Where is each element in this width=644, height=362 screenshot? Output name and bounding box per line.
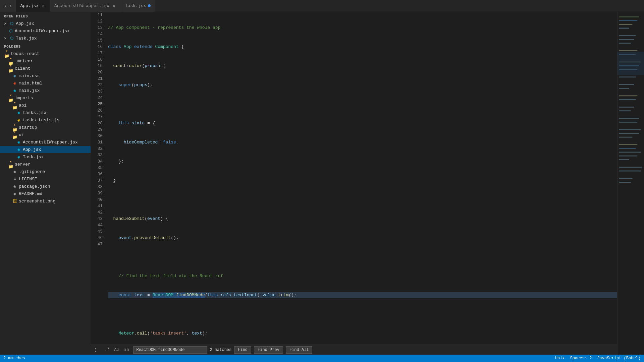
minimap-svg — [618, 12, 644, 355]
code-line-20 — [108, 196, 617, 203]
svg-rect-27 — [619, 148, 636, 149]
sidebar-folder-api[interactable]: ▾ 📁 api — [0, 102, 91, 109]
regex-icon[interactable]: .* — [103, 347, 111, 353]
tab-arrow[interactable]: ‹ › — [0, 0, 16, 12]
sidebar-file-tasks-jsx[interactable]: ◉ tasks.jsx — [0, 109, 91, 116]
sidebar-folder-server[interactable]: ▾ 📁 server — [0, 161, 91, 168]
svg-rect-22 — [618, 52, 644, 75]
arrow-icon: ‹ › — [4, 3, 12, 8]
code-line-12: class App extends Component { — [108, 44, 617, 50]
find-button[interactable]: Find — [234, 346, 251, 354]
sidebar-file-license[interactable]: ≡ LICENSE — [0, 175, 91, 183]
status-matches: 2 matches — [3, 356, 25, 361]
generic-icon: ◉ — [12, 191, 17, 196]
case-icon[interactable]: Aa — [113, 347, 121, 353]
css-icon: ◉ — [12, 73, 17, 78]
folder-meteor-label: .meteor — [15, 59, 33, 64]
folders-section: FOLDERS — [0, 42, 91, 50]
svg-rect-32 — [619, 171, 641, 172]
sidebar-file-gitignore[interactable]: ◉ .gitignore — [0, 168, 91, 175]
svg-rect-8 — [619, 50, 637, 51]
sidebar-file-main-jsx[interactable]: ◉ main.jsx — [0, 87, 91, 94]
sidebar-file-task-jsx[interactable]: ◉ Task.jsx — [0, 153, 91, 161]
folder-todos-react-label: todos-react — [11, 51, 40, 56]
generic-icon: ◉ — [12, 169, 17, 174]
svg-rect-29 — [619, 156, 637, 157]
sidebar-file-accounts-wrapper[interactable]: ◉ AccountsUIWrapper.jsx — [0, 138, 91, 146]
code-line-16: this.state = { — [108, 120, 617, 126]
generic-icon: ◉ — [12, 184, 17, 189]
status-right: Unix Spaces: 2 JavaScript (Babel) — [555, 356, 641, 361]
tab-app[interactable]: App.jsx ✕ — [16, 0, 50, 12]
find-all-button[interactable]: Find All — [286, 346, 313, 354]
js-icon: ◉ — [16, 118, 21, 123]
file-tasks-jsx-label: tasks.jsx — [23, 110, 46, 115]
tab-accounts-close[interactable]: ✕ — [111, 3, 117, 8]
svg-rect-31 — [619, 167, 642, 168]
sidebar-open-file-task[interactable]: ✕ ⬡ Task.jsx — [0, 35, 91, 42]
code-line-25: const text = ReactDOM.findDOMNode(this.r… — [108, 292, 617, 298]
status-language[interactable]: JavaScript (Babel) — [597, 356, 641, 361]
code-line-27: Meteor.call('tasks.insert', text); — [108, 330, 617, 337]
tab-task[interactable]: Task.jsx — [121, 0, 155, 12]
find-bar: ⋮ .* Aa ab 2 matches Find Find Prev Find… — [91, 345, 617, 355]
sidebar-file-main-html[interactable]: ◉ main.html — [0, 79, 91, 87]
line-numbers: 11 12 13 14 15 16 17 18 19 20 21 22 23 2… — [91, 12, 108, 355]
file-main-html-label: main.html — [19, 81, 42, 86]
html-icon: ◉ — [12, 81, 17, 86]
folder-startup-label: startup — [19, 125, 37, 130]
close-icon[interactable]: ✕ — [4, 21, 6, 26]
svg-rect-24 — [619, 133, 639, 134]
file-readme-label: README.md — [19, 191, 42, 196]
minimap — [617, 12, 644, 355]
tab-app-label: App.jsx — [20, 3, 39, 8]
svg-rect-20 — [619, 118, 639, 119]
sidebar-file-main-css[interactable]: ◉ main.css — [0, 72, 91, 79]
sidebar-folder-ui[interactable]: ▾ 📁 ui — [0, 131, 91, 138]
tab-accounts[interactable]: AccountsUIWrapper.jsx ✕ — [50, 0, 121, 12]
jsx-icon: ⬡ — [9, 21, 14, 26]
sidebar-folder-todos-react[interactable]: ▾ 📁 todos-react — [0, 50, 91, 57]
close-icon[interactable]: ✕ — [4, 36, 6, 41]
word-icon[interactable]: ab — [122, 347, 131, 353]
jsx-icon: ◉ — [12, 88, 17, 93]
sidebar-file-app-jsx[interactable]: ◉ App.jsx — [0, 146, 91, 153]
status-encoding[interactable]: Unix — [555, 356, 565, 361]
sidebar-folder-client[interactable]: ▾ 📁 client — [0, 65, 91, 72]
code-line-22: event.preventDefault(); — [108, 235, 617, 241]
sidebar-open-file-app[interactable]: ✕ ⬡ App.jsx — [0, 20, 91, 27]
jsx-icon: ◉ — [16, 147, 21, 152]
tab-app-close[interactable]: ✕ — [41, 3, 46, 8]
svg-rect-3 — [619, 24, 633, 25]
sidebar-folder-meteor[interactable]: ▸ 📁 .meteor — [0, 57, 91, 65]
open-file-accounts-label: AccountsUIWrapper.jsx — [15, 28, 70, 34]
find-prev-button[interactable]: Find Prev — [254, 346, 283, 354]
folder-api-label: api — [19, 103, 26, 108]
svg-rect-25 — [619, 137, 633, 138]
code-line-21: handleSubmit(event) { — [108, 216, 617, 222]
file-package-json-label: package.json — [19, 184, 50, 189]
sidebar: OPEN FILES ✕ ⬡ App.jsx ⬡ AccountsUIWrapp… — [0, 12, 91, 355]
open-file-task-label: Task.jsx — [16, 36, 37, 41]
sidebar-file-readme[interactable]: ◉ README.md — [0, 190, 91, 197]
code-line-17: hideCompleted: false, — [108, 139, 617, 145]
sidebar-file-screenshot[interactable]: 🖼 screenshot.png — [0, 197, 91, 205]
file-accounts-wrapper-label: AccountsUIWrapper.jsx — [23, 140, 78, 145]
status-spaces[interactable]: Spaces: 2 — [570, 356, 592, 361]
sidebar-open-file-accounts[interactable]: ⬡ AccountsUIWrapper.jsx — [0, 27, 91, 35]
fold-31: 31 — [91, 139, 103, 145]
sidebar-file-package-json[interactable]: ◉ package.json — [0, 183, 91, 190]
kebab-icon[interactable]: ⋮ — [93, 347, 98, 353]
code-editor[interactable]: 11 12 13 14 15 16 17 18 19 20 21 22 23 2… — [91, 12, 617, 355]
main-layout: OPEN FILES ✕ ⬡ App.jsx ⬡ AccountsUIWrapp… — [0, 12, 644, 355]
jsx-icon: ⬡ — [8, 28, 13, 34]
code-line-23 — [108, 254, 617, 260]
file-license-label: LICENSE — [19, 177, 37, 182]
file-task-jsx-label: Task.jsx — [23, 155, 44, 160]
svg-rect-13 — [619, 76, 636, 77]
folder-server-label: server — [15, 162, 31, 167]
tab-task-label: Task.jsx — [125, 3, 146, 8]
open-files-section: OPEN FILES — [0, 12, 91, 20]
svg-rect-33 — [619, 178, 633, 179]
find-input[interactable] — [133, 346, 207, 354]
